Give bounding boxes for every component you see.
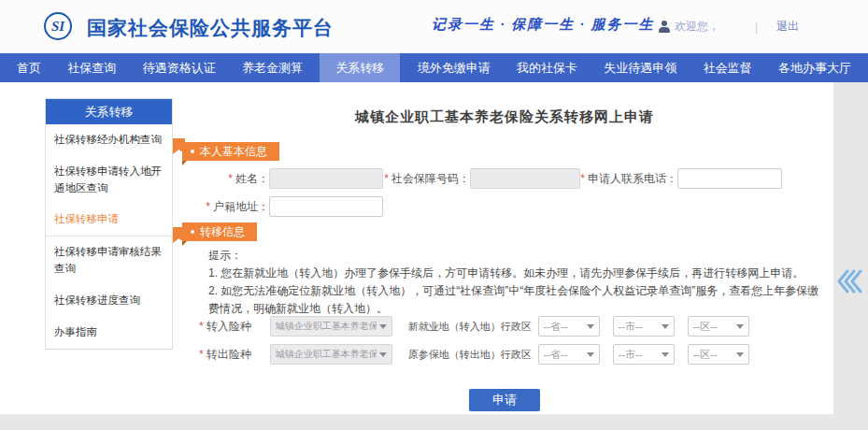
name-label-text: 姓名： [235, 171, 269, 187]
nav-item-home[interactable]: 首页 [7, 53, 50, 82]
transfer-out-region-label: 原参保地（转出地）行政区 [408, 348, 532, 362]
nav-item-pension-calc[interactable]: 养老金测算 [233, 53, 312, 82]
address-input[interactable] [269, 196, 383, 217]
sidebar-item-open-region-query[interactable]: 社保转移申请转入地开通地区查询 [46, 156, 172, 205]
name-label: * 姓名： [182, 171, 269, 187]
required-mark: * [228, 172, 233, 185]
in-district-select[interactable]: --区-- [688, 316, 749, 337]
chevron-down-icon [587, 324, 594, 329]
sidebar-item-guide[interactable]: 办事指南 [46, 317, 172, 349]
section-transfer-label: 转移信息 [200, 224, 245, 240]
main-nav: 首页 社保查询 待遇资格认证 养老金测算 关系转移 境外免缴申请 我的社保卡 失… [0, 53, 868, 82]
section-basic-label: 本人基本信息 [200, 144, 267, 160]
tips-title: 提示： [208, 247, 820, 265]
address-row: * 户籍地址： [182, 196, 383, 217]
bullet-icon [191, 150, 194, 153]
section-transfer-info: 转移信息 [182, 222, 257, 241]
out-district-select[interactable]: --区-- [688, 344, 749, 365]
chevron-down-icon [662, 352, 669, 357]
transfer-in-type-value: 城镇企业职工基本养老保险 [276, 320, 377, 333]
required-mark: * [199, 348, 204, 361]
divider: | [755, 21, 758, 34]
address-label-text: 户籍地址： [213, 199, 269, 215]
transfer-out-type-label: 转出险种 [206, 347, 259, 363]
collapse-chevrons-icon[interactable] [833, 265, 865, 298]
sidebar-item-audit-result-query[interactable]: 社保转移申请审核结果查询 [46, 236, 172, 285]
nav-item-supervision[interactable]: 社会监督 [694, 53, 761, 82]
phone-label: * 申请人联系电话： [580, 171, 677, 187]
logout-link[interactable]: 退出 [776, 19, 799, 35]
nav-item-eligibility[interactable]: 待遇资格认证 [134, 53, 225, 82]
sidebar-title: 关系转移 [46, 99, 172, 124]
transfer-in-region-label: 新就业地（转入地）行政区 [408, 320, 532, 334]
nav-item-relation-transfer[interactable]: 关系转移 [320, 53, 400, 82]
site-logo-icon: SI [44, 12, 72, 40]
chevron-down-icon [662, 324, 669, 329]
page-title: 城镇企业职工基本养老保险关系转移网上申请 [182, 108, 827, 126]
out-province-value: --省-- [544, 348, 568, 362]
sidebar-item-transfer-apply[interactable]: 社保转移申请 [46, 204, 172, 236]
chevron-down-icon [736, 352, 744, 357]
header: SI 国家社会保险公共服务平台 记录一生 · 保障一生 · 服务一生 欢迎您， … [0, 0, 868, 53]
phone-label-text: 申请人联系电话： [588, 171, 677, 187]
nav-item-overseas-exempt[interactable]: 境外免缴申请 [408, 53, 500, 82]
ssn-label: * 社会保障号码： [383, 171, 470, 187]
out-district-value: --区-- [693, 348, 718, 362]
tips-block: 提示： 1. 您在新就业地（转入地）办理了参保手续后，方可申请转移。如未办理，请… [208, 247, 820, 318]
chevron-down-icon [736, 324, 744, 329]
site-title: 国家社会保险公共服务平台 [87, 15, 334, 41]
section-basic-info: 本人基本信息 [182, 142, 279, 161]
main-area: 关系转移 社保转移经办机构查询 社保转移申请转入地开通地区查询 社保转移申请 社… [0, 82, 833, 414]
user-icon [659, 21, 670, 33]
in-province-select[interactable]: --省-- [538, 316, 600, 337]
chevron-down-icon [379, 324, 387, 329]
chevron-down-icon [587, 352, 594, 357]
submit-application-button[interactable]: 申请 [469, 389, 540, 411]
in-city-value: --市-- [619, 320, 643, 334]
user-area: 欢迎您， | 退出 [659, 0, 799, 53]
required-mark: * [206, 200, 210, 213]
name-input[interactable] [269, 168, 383, 189]
content-panel: 城镇企业职工基本养老保险关系转移网上申请 本人基本信息 * 姓名： * 社会保障… [182, 93, 827, 414]
required-mark: * [199, 320, 204, 333]
chevron-down-icon [379, 352, 387, 357]
out-city-select[interactable]: --市-- [613, 344, 675, 365]
sidebar-item-progress-query[interactable]: 社保转移进度查询 [46, 285, 172, 317]
address-label: * 户籍地址： [182, 199, 269, 215]
ssn-label-text: 社会保障号码： [391, 171, 470, 187]
sidebar: 关系转移 社保转移经办机构查询 社保转移申请转入地开通地区查询 社保转移申请 社… [45, 98, 173, 350]
transfer-in-row: * 转入险种 城镇企业职工基本养老保险 新就业地（转入地）行政区 --省-- -… [199, 316, 749, 337]
nav-item-my-card[interactable]: 我的社保卡 [507, 53, 587, 82]
bullet-icon [191, 230, 194, 234]
transfer-out-type-value: 城镇企业职工基本养老保险 [276, 348, 377, 361]
tips-line-2: 2. 如您无法准确定位新就业地（转入地），可通过“社保查询”中“年度社会保险个人… [208, 282, 820, 318]
nav-item-unemployment[interactable]: 失业待遇申领 [594, 53, 686, 82]
tips-line-1: 1. 您在新就业地（转入地）办理了参保手续后，方可申请转移。如未办理，请先办理参… [208, 265, 820, 282]
nav-item-shebao-query[interactable]: 社保查询 [58, 53, 125, 82]
out-province-select[interactable]: --省-- [538, 344, 600, 365]
slogan: 记录一生 · 保障一生 · 服务一生 [432, 16, 655, 34]
transfer-in-type-label: 转入险种 [206, 319, 259, 335]
nav-item-local-halls[interactable]: 各地办事大厅 [769, 53, 861, 82]
sidebar-item-agency-query[interactable]: 社保转移经办机构查询 [46, 124, 172, 156]
transfer-out-type-select[interactable]: 城镇企业职工基本养老保险 [270, 344, 392, 365]
transfer-in-type-select[interactable]: 城镇企业职工基本养老保险 [270, 316, 392, 337]
welcome-text: 欢迎您， [675, 19, 719, 35]
basic-info-row: * 姓名： * 社会保障号码： * 申请人联系电话： [182, 168, 782, 189]
phone-input[interactable] [677, 168, 782, 189]
in-province-value: --省-- [544, 320, 568, 334]
required-mark: * [384, 172, 389, 185]
in-city-select[interactable]: --市-- [613, 316, 675, 337]
in-district-value: --区-- [693, 320, 718, 334]
out-city-value: --市-- [619, 348, 643, 362]
ssn-input[interactable] [470, 168, 580, 189]
transfer-out-row: * 转出险种 城镇企业职工基本养老保险 原参保地（转出地）行政区 --省-- -… [199, 344, 749, 365]
required-mark: * [580, 172, 585, 185]
